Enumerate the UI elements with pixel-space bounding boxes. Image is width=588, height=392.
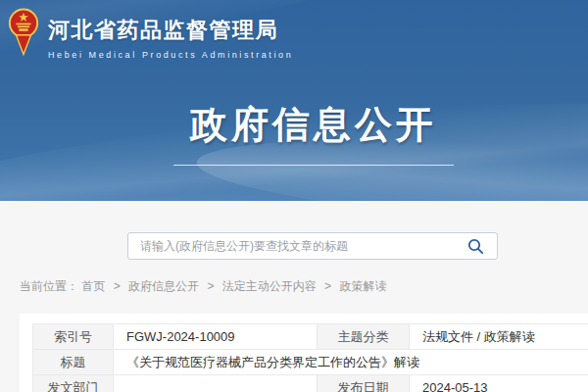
table-row: 发文部门 发布日期 2024-05-13 <box>33 375 588 392</box>
label-publish-date: 发布日期 <box>318 375 410 392</box>
search-box[interactable] <box>127 232 498 260</box>
search-icon[interactable] <box>467 238 484 255</box>
breadcrumb-separator: > <box>207 279 214 293</box>
table-row: 标题 《关于规范医疗器械产品分类界定工作的公告》解读 <box>33 350 588 375</box>
banner-underline <box>173 165 454 166</box>
breadcrumb-prefix: 当前位置： <box>20 279 78 293</box>
document-info-table: 索引号 FGWJ-2024-10009 主题分类 法规文件 / 政策解读 标题 … <box>32 323 588 392</box>
label-topic-category: 主题分类 <box>318 324 410 350</box>
search-input[interactable] <box>128 233 467 259</box>
value-topic-category: 法规文件 / 政策解读 <box>410 324 588 350</box>
value-index-number: FGWJ-2024-10009 <box>114 324 318 350</box>
site-header: 河北省药品监督管理局 Hebei Medical Products Admini… <box>0 0 588 201</box>
org-name-zh: 河北省药品监督管理局 <box>48 16 293 45</box>
breadcrumb-separator: > <box>324 279 331 293</box>
page-title: 政府信息公开 <box>0 100 588 150</box>
breadcrumb-item-home[interactable]: 首页 <box>81 279 105 293</box>
label-index-number: 索引号 <box>33 324 114 350</box>
breadcrumb-item-gov-info[interactable]: 政府信息公开 <box>128 279 199 293</box>
national-emblem-icon <box>8 7 39 60</box>
breadcrumb-separator: > <box>114 279 121 293</box>
org-name-en: Hebei Medical Products Administration <box>48 50 293 60</box>
breadcrumb-item-policy-interpretation[interactable]: 政策解读 <box>339 279 386 293</box>
breadcrumb-item-statutory-disclosure[interactable]: 法定主动公开内容 <box>222 279 317 293</box>
table-row: 索引号 FGWJ-2024-10009 主题分类 法规文件 / 政策解读 <box>33 324 588 350</box>
site-logo[interactable]: 河北省药品监督管理局 Hebei Medical Products Admini… <box>8 7 293 60</box>
value-title: 《关于规范医疗器械产品分类界定工作的公告》解读 <box>114 350 588 375</box>
label-issuing-department: 发文部门 <box>33 375 114 392</box>
value-issuing-department <box>114 375 318 392</box>
label-title: 标题 <box>33 350 114 375</box>
breadcrumb: 当前位置： 首页 > 政府信息公开 > 法定主动公开内容 > 政策解读 <box>20 278 386 295</box>
value-publish-date: 2024-05-13 <box>410 375 588 392</box>
document-info-card: 索引号 FGWJ-2024-10009 主题分类 法规文件 / 政策解读 标题 … <box>20 314 588 392</box>
